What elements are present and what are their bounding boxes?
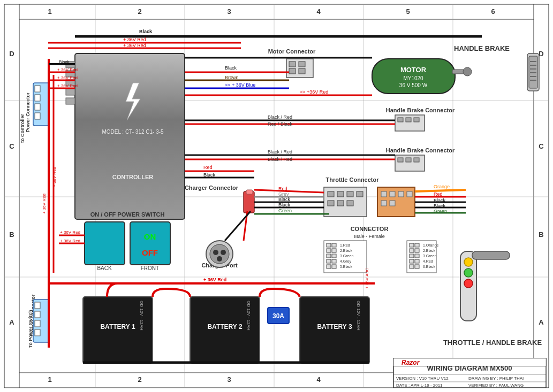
svg-text:Black: Black xyxy=(434,203,446,209)
svg-text:3.Green: 3.Green xyxy=(423,254,436,258)
svg-rect-102 xyxy=(328,191,334,197)
svg-text:30A: 30A xyxy=(272,312,284,320)
svg-text:+ 36V Red: + 36V Red xyxy=(123,43,146,48)
svg-text:Motor Connector: Motor Connector xyxy=(268,48,316,55)
svg-rect-134 xyxy=(410,265,414,268)
svg-text:HANDLE BRAKE: HANDLE BRAKE xyxy=(454,44,510,52)
svg-point-80 xyxy=(217,256,222,262)
svg-rect-136 xyxy=(415,249,419,252)
svg-text:1.Red: 1.Red xyxy=(340,243,350,247)
svg-text:4.Red: 4.Red xyxy=(423,259,433,263)
svg-rect-98 xyxy=(406,158,411,162)
svg-text:Green: Green xyxy=(434,209,447,214)
svg-text:1: 1 xyxy=(48,375,51,383)
svg-text:Black: Black xyxy=(139,29,153,34)
svg-rect-123 xyxy=(327,265,331,268)
svg-text:BATTERY 2: BATTERY 2 xyxy=(207,323,242,330)
svg-text:36 V 500 W: 36 V 500 W xyxy=(399,82,428,88)
svg-text:to Controller: to Controller xyxy=(20,114,25,143)
svg-rect-86 xyxy=(289,62,296,67)
svg-text:4: 4 xyxy=(316,7,321,16)
svg-text:3.Green: 3.Green xyxy=(340,254,353,258)
svg-text:+ 36V Red: + 36V Red xyxy=(60,230,80,235)
svg-text:Razor: Razor xyxy=(402,359,420,366)
svg-rect-161 xyxy=(35,104,40,110)
svg-text:ON: ON xyxy=(144,232,156,241)
svg-text:Black: Black xyxy=(59,59,70,64)
svg-text:VERIFIED BY : PAUL WANG: VERIFIED BY : PAUL WANG xyxy=(468,383,524,388)
svg-text:Handle Brake Connector: Handle Brake Connector xyxy=(386,147,455,153)
svg-text:Charger Connector: Charger Connector xyxy=(185,185,239,191)
svg-text:2: 2 xyxy=(138,375,141,383)
svg-text:CONNECTOR: CONNECTOR xyxy=(351,226,389,232)
svg-text:THROTTLE / HANDLE BRAKE: THROTTLE / HANDLE BRAKE xyxy=(443,339,542,347)
svg-text:Black / Red: Black / Red xyxy=(268,157,292,162)
svg-rect-160 xyxy=(35,95,40,101)
svg-rect-3 xyxy=(4,4,19,388)
svg-rect-93 xyxy=(406,118,411,122)
svg-text:To Power Switch: To Power Switch xyxy=(28,310,33,348)
svg-text:BACK: BACK xyxy=(97,265,112,271)
svg-text:DRAWING BY : PHILIP THAI: DRAWING BY : PHILIP THAI xyxy=(468,376,524,381)
svg-text:Brown: Brown xyxy=(225,75,239,80)
svg-rect-50 xyxy=(529,56,537,88)
svg-text:Orange: Orange xyxy=(434,184,450,189)
svg-rect-99 xyxy=(414,158,419,162)
svg-rect-113 xyxy=(407,191,412,197)
svg-text:B: B xyxy=(539,230,543,239)
svg-text:Green: Green xyxy=(278,208,292,213)
svg-text:MOTOR: MOTOR xyxy=(400,66,427,74)
svg-point-154 xyxy=(464,279,473,288)
svg-text:A: A xyxy=(539,318,544,326)
svg-rect-119 xyxy=(327,243,331,247)
svg-text:OD 12V - 12AH: OD 12V - 12AH xyxy=(356,301,361,330)
svg-rect-131 xyxy=(410,249,414,252)
svg-text:2: 2 xyxy=(138,7,141,16)
svg-rect-33 xyxy=(75,53,185,219)
svg-rect-130 xyxy=(410,243,414,247)
svg-rect-167 xyxy=(35,311,40,318)
svg-rect-128 xyxy=(332,265,336,268)
svg-rect-166 xyxy=(35,302,40,309)
svg-rect-168 xyxy=(35,320,40,327)
svg-rect-112 xyxy=(398,191,404,197)
svg-text:3: 3 xyxy=(227,375,231,383)
svg-rect-137 xyxy=(415,254,419,258)
svg-text:Black: Black xyxy=(278,197,291,202)
svg-text:Red: Red xyxy=(203,165,213,170)
svg-text:+ 36V Red: + 36V Red xyxy=(52,167,57,187)
svg-rect-114 xyxy=(381,201,387,206)
svg-text:ON / OFF POWER SWITCH: ON / OFF POWER SWITCH xyxy=(90,211,165,218)
svg-text:4.Grey: 4.Grey xyxy=(340,259,352,264)
svg-text:+ 36V Red: + 36V Red xyxy=(60,239,80,243)
svg-rect-127 xyxy=(332,259,336,263)
svg-rect-89 xyxy=(299,68,305,74)
svg-rect-126 xyxy=(332,254,336,258)
svg-rect-88 xyxy=(289,68,296,74)
svg-text:1: 1 xyxy=(48,7,51,16)
svg-rect-92 xyxy=(398,118,403,122)
svg-point-47 xyxy=(463,67,472,76)
svg-text:1.Orange: 1.Orange xyxy=(423,243,438,248)
svg-rect-162 xyxy=(35,113,40,119)
svg-text:B: B xyxy=(9,230,14,239)
svg-text:5.Black: 5.Black xyxy=(340,265,352,268)
svg-text:Throttle Connector: Throttle Connector xyxy=(326,176,380,183)
svg-rect-115 xyxy=(390,201,395,206)
svg-rect-69 xyxy=(85,222,125,265)
svg-rect-124 xyxy=(332,243,336,247)
svg-text:6.Black: 6.Black xyxy=(423,265,435,268)
svg-rect-71 xyxy=(130,222,170,265)
svg-text:2.Black: 2.Black xyxy=(340,249,352,252)
svg-rect-103 xyxy=(337,191,344,197)
svg-text:Power Connector: Power Connector xyxy=(25,92,31,132)
svg-text:>> +36V Red: >> +36V Red xyxy=(300,89,328,95)
svg-text:+ 36V Red: + 36V Red xyxy=(42,194,47,214)
svg-text:OD 12V - 12AH: OD 12V - 12AH xyxy=(139,301,144,330)
svg-text:4: 4 xyxy=(316,375,321,383)
svg-point-79 xyxy=(221,250,226,255)
svg-rect-155 xyxy=(472,251,510,259)
svg-rect-105 xyxy=(357,191,363,197)
svg-rect-39 xyxy=(66,89,75,95)
svg-text:BATTERY 1: BATTERY 1 xyxy=(100,323,135,330)
